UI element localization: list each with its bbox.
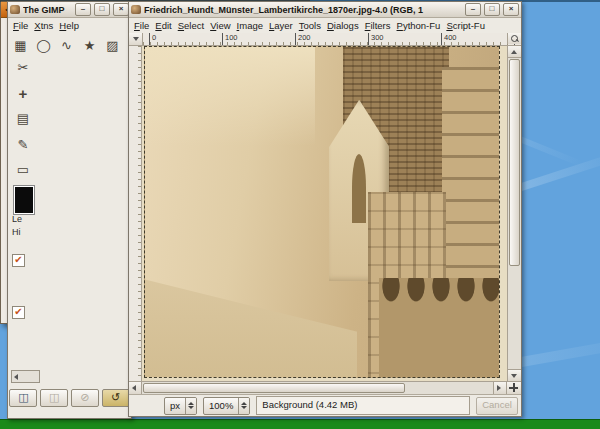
foreground-color-swatch[interactable] bbox=[14, 186, 34, 214]
tool-layers-icon[interactable]: ▤ bbox=[13, 109, 33, 129]
taskbar[interactable] bbox=[0, 419, 600, 429]
menu-2[interactable]: Select bbox=[175, 19, 207, 32]
menu-10[interactable]: Script-Fu bbox=[443, 19, 488, 32]
zoom-select[interactable]: 100% bbox=[203, 397, 250, 415]
wilber-icon bbox=[131, 5, 141, 14]
vertical-scrollbar[interactable] bbox=[507, 46, 521, 381]
ruler-tick-2: 200 bbox=[295, 33, 368, 45]
dock-button-bar: ◫ ◫ ⊘ ↺ bbox=[8, 389, 131, 407]
minimize-button[interactable]: – bbox=[465, 3, 481, 16]
unit-select[interactable]: px bbox=[164, 397, 197, 415]
zoom-indicator-icon[interactable] bbox=[507, 33, 521, 44]
scroll-down-icon[interactable] bbox=[508, 369, 521, 381]
image-menubar: FileEditSelectViewImageLayerToolsDialogs… bbox=[129, 18, 521, 33]
menu-6[interactable]: Tools bbox=[296, 19, 324, 32]
dock-horizontal-scrollbar[interactable] bbox=[11, 370, 40, 383]
menu-0[interactable]: File bbox=[131, 19, 152, 32]
unit-value: px bbox=[165, 398, 185, 414]
tool-eraser-icon[interactable]: ▭ bbox=[13, 160, 33, 180]
zoom-value: 100% bbox=[204, 398, 238, 414]
tool-pencil-icon[interactable]: ✎ bbox=[13, 135, 33, 155]
dock-save-button[interactable]: ◫ bbox=[9, 389, 37, 407]
ruler-menu-button[interactable] bbox=[129, 33, 143, 45]
ruler-tick-1: 100 bbox=[222, 33, 295, 45]
horizontal-scrollbar[interactable] bbox=[129, 381, 521, 394]
chevron-updown-icon bbox=[238, 398, 249, 414]
wilber-icon bbox=[10, 5, 20, 14]
image-window-title: Friedrich_Hundt_Münster_Lambertikirche_1… bbox=[144, 5, 462, 15]
photo-sky bbox=[145, 47, 315, 146]
tool-scissors-icon[interactable]: ✂ bbox=[13, 58, 33, 78]
pan-navigation-button[interactable] bbox=[506, 382, 521, 394]
dock-delete-button[interactable]: ⊘ bbox=[71, 389, 99, 407]
menu-1[interactable]: Edit bbox=[152, 19, 174, 32]
chevron-updown-icon bbox=[185, 398, 196, 414]
menu-5[interactable]: Layer bbox=[266, 19, 296, 32]
photo-street bbox=[145, 258, 357, 377]
status-message: Background (4.42 MB) bbox=[256, 396, 470, 415]
menu-9[interactable]: Python-Fu bbox=[394, 19, 444, 32]
ruler-tick-4: 400 bbox=[441, 33, 514, 45]
scroll-trough bbox=[406, 382, 493, 394]
statusbar: px 100% Background (4.42 MB) Cancel bbox=[129, 394, 521, 416]
close-button[interactable]: × bbox=[113, 3, 129, 16]
menu-8[interactable]: Filters bbox=[362, 19, 394, 32]
tool-select-by-color-icon[interactable]: ▨ bbox=[102, 36, 123, 56]
scroll-left-icon[interactable] bbox=[129, 382, 142, 394]
horizontal-ruler: 0100200300400500 bbox=[143, 33, 521, 45]
toolbox-menu-2[interactable]: Help bbox=[56, 19, 82, 32]
toolbox-window: The GIMP – □ × FileXtnsHelp ▦◯∿★▨ ✂ + ▤ … bbox=[7, 1, 132, 419]
scroll-right-icon[interactable] bbox=[493, 382, 506, 394]
vertical-ruler bbox=[129, 46, 142, 381]
dock-save-copy-button[interactable]: ◫ bbox=[40, 389, 68, 407]
menu-7[interactable]: Dialogs bbox=[324, 19, 362, 32]
tool-fuzzy-select-icon[interactable]: ★ bbox=[79, 36, 100, 56]
tool-free-select-icon[interactable]: ∿ bbox=[56, 36, 77, 56]
maximize-button[interactable]: □ bbox=[94, 3, 110, 16]
menu-3[interactable]: View bbox=[207, 19, 233, 32]
menu-4[interactable]: Image bbox=[234, 19, 266, 32]
horizontal-scroll-thumb[interactable] bbox=[143, 383, 405, 393]
toolbox-menu-0[interactable]: File bbox=[10, 19, 31, 32]
toolbox-titlebar[interactable]: The GIMP – □ × bbox=[8, 2, 131, 18]
dock-checkbox[interactable]: ✔ bbox=[12, 254, 25, 267]
ruler-row: 0100200300400500 bbox=[129, 33, 521, 46]
status-cancel-button[interactable]: Cancel bbox=[476, 397, 518, 415]
toolbox-tool-row: ▦◯∿★▨ bbox=[8, 33, 131, 56]
toolbox-title: The GIMP bbox=[23, 5, 72, 15]
image-window: Friedrich_Hundt_Münster_Lambertikirche_1… bbox=[128, 1, 522, 417]
tool-rect-select-icon[interactable]: ▦ bbox=[10, 36, 31, 56]
close-button[interactable]: × bbox=[503, 3, 519, 16]
dock-tab-label[interactable]: Le bbox=[12, 214, 22, 224]
minimize-button[interactable]: – bbox=[75, 3, 91, 16]
maximize-button[interactable]: □ bbox=[484, 3, 500, 16]
photo-layer[interactable] bbox=[144, 46, 500, 378]
image-canvas[interactable] bbox=[142, 46, 507, 381]
dock-checkbox[interactable]: ✔ bbox=[12, 306, 25, 319]
toolbox-menu-1[interactable]: Xtns bbox=[31, 19, 56, 32]
vertical-scroll-thumb[interactable] bbox=[509, 59, 520, 266]
ruler-tick-0: 0 bbox=[149, 33, 222, 45]
ruler-tick-3: 300 bbox=[368, 33, 441, 45]
image-window-titlebar[interactable]: Friedrich_Hundt_Münster_Lambertikirche_1… bbox=[129, 2, 521, 18]
photo-arcade bbox=[379, 278, 499, 377]
toolbox-menubar: FileXtnsHelp bbox=[8, 18, 131, 33]
tool-ellipse-select-icon[interactable]: ◯ bbox=[33, 36, 54, 56]
scroll-up-icon[interactable] bbox=[508, 46, 521, 58]
tool-move-icon[interactable]: + bbox=[13, 84, 33, 104]
dock-tab-label[interactable]: Hi bbox=[12, 227, 21, 237]
dock-revert-button[interactable]: ↺ bbox=[102, 389, 130, 407]
